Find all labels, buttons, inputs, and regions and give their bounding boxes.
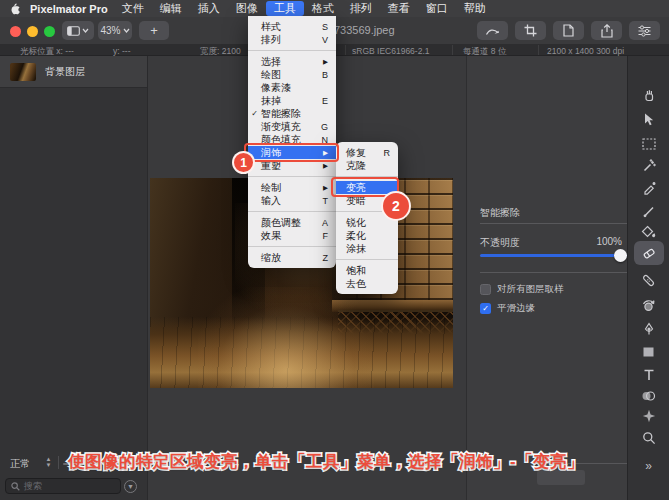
sample-all-layers-label: 对所有图层取样 xyxy=(497,283,564,296)
layer-row[interactable]: 背景图层 xyxy=(0,56,147,88)
export-button[interactable] xyxy=(591,21,622,40)
sample-all-layers-row[interactable]: 对所有图层取样 xyxy=(480,283,564,296)
tools-menu-item-渐变填充[interactable]: 渐变填充G xyxy=(248,120,336,133)
retouch-menu-item-去色[interactable]: 去色 xyxy=(336,277,398,290)
quick-select-tool[interactable] xyxy=(634,154,664,178)
retouch-tool[interactable] xyxy=(634,176,664,200)
tools-menu-label: 绘制 xyxy=(261,181,323,195)
menubar-item-排列[interactable]: 排列 xyxy=(342,1,380,16)
chevron-down-icon xyxy=(82,28,89,33)
tools-menu-item-输入[interactable]: 输入T xyxy=(248,194,336,207)
search-icon xyxy=(11,482,20,491)
menubar-item-工具[interactable]: 工具 xyxy=(266,1,304,16)
retouch-menu-item-饱和[interactable]: 饱和 xyxy=(336,264,398,277)
tools-menu-label: 绘图 xyxy=(261,68,322,82)
retouch-menu-label: 饱和 xyxy=(346,264,390,278)
plus-icon: + xyxy=(150,23,158,38)
minimize-window-button[interactable] xyxy=(27,26,38,37)
tools-menu-label: 排列 xyxy=(261,33,322,47)
tools-menu-item-排列[interactable]: 排列V xyxy=(248,33,336,46)
chevron-down-icon xyxy=(123,28,130,33)
opacity-slider-knob[interactable] xyxy=(614,249,627,262)
zoom-level-button[interactable]: 43% xyxy=(98,21,132,40)
menubar-item-文件[interactable]: 文件 xyxy=(114,1,152,16)
erase-tool-selected[interactable] xyxy=(634,241,664,265)
pen-tool[interactable] xyxy=(634,317,664,341)
opacity-label: 不透明度 xyxy=(480,236,520,250)
crop-icon xyxy=(524,24,537,37)
more-tools-button[interactable]: » xyxy=(634,454,664,478)
retouch-menu-item-柔化[interactable]: 柔化 xyxy=(336,229,398,242)
close-window-button[interactable] xyxy=(10,26,21,37)
effects-tool[interactable] xyxy=(634,404,664,428)
layer-thumbnail xyxy=(10,63,36,81)
add-button[interactable]: + xyxy=(139,21,169,40)
view-options-button[interactable] xyxy=(62,21,94,40)
checkmark-icon: ✓ xyxy=(248,109,261,118)
tools-menu-item-样式[interactable]: 样式S xyxy=(248,20,336,33)
shortcut-key: F xyxy=(323,231,337,241)
menu-bar: Pixelmator Pro 文件编辑插入图像工具格式排列查看窗口帮助 xyxy=(0,0,669,17)
menubar-item-编辑[interactable]: 编辑 xyxy=(152,1,190,16)
info-divider xyxy=(452,45,453,55)
tools-menu: 样式S排列V选择▶绘图B像素漆抹掉E✓智能擦除渐变填充G颜色填充N润饰▶重塑▶绘… xyxy=(248,16,336,268)
tools-menu-item-效果[interactable]: 效果F xyxy=(248,229,336,242)
zoom-tool[interactable] xyxy=(634,426,664,450)
step-1-badge: 1 xyxy=(232,151,255,174)
menubar-item-帮助[interactable]: 帮助 xyxy=(456,1,494,16)
crop-button[interactable] xyxy=(515,21,546,40)
apple-logo-icon[interactable] xyxy=(9,3,20,15)
retouch-menu-item-涂抹[interactable]: 涂抹 xyxy=(336,242,398,255)
opacity-slider[interactable] xyxy=(480,254,627,257)
menubar-item-插入[interactable]: 插入 xyxy=(190,1,228,16)
bit-depth: 每通道 8 位 xyxy=(463,46,506,58)
layer-name: 背景图层 xyxy=(45,65,85,79)
tools-menu-label: 选择 xyxy=(261,55,323,69)
blend-mode-value[interactable]: 正常 xyxy=(10,457,30,471)
tool-options-panel: 智能擦除 不透明度 100% 对所有图层取样 ✓ 平滑边缘 xyxy=(466,56,627,500)
tools-menu-label: 抹掉 xyxy=(261,94,322,108)
menubar-item-查看[interactable]: 查看 xyxy=(380,1,418,16)
tools-menu-label: 效果 xyxy=(261,229,323,243)
clone-tool[interactable] xyxy=(634,293,664,317)
search-input[interactable]: 搜索 xyxy=(5,478,121,494)
shortcut-key: E xyxy=(322,96,336,106)
tools-menu-item-智能擦除[interactable]: ✓智能擦除 xyxy=(248,107,336,120)
settings-button[interactable] xyxy=(629,21,660,40)
arrange-tool[interactable] xyxy=(634,83,664,107)
tools-menu-label: 颜色调整 xyxy=(261,216,322,230)
retouch-menu-label: 涂抹 xyxy=(346,242,390,256)
tools-menu-item-绘制[interactable]: 绘制▶ xyxy=(248,181,336,194)
new-document-button[interactable] xyxy=(553,21,584,40)
annotation-caption: 使图像的特定区域变亮，单击「工具」菜单，选择「润饰」-「变亮」 xyxy=(68,451,628,473)
tools-menu-item-绘图[interactable]: 绘图B xyxy=(248,68,336,81)
repair-tool[interactable] xyxy=(634,268,664,292)
quick-fix-button[interactable] xyxy=(477,21,508,40)
checkbox-checked[interactable]: ✓ xyxy=(480,303,491,314)
tools-menu-item-颜色调整[interactable]: 颜色调整A xyxy=(248,216,336,229)
select-tool[interactable] xyxy=(634,132,664,156)
retouch-menu-item-克隆[interactable]: 克隆 xyxy=(336,159,398,172)
retouch-menu-item-修复[interactable]: 修复R xyxy=(336,146,398,159)
fullscreen-window-button[interactable] xyxy=(44,26,55,37)
checkbox-unchecked[interactable] xyxy=(480,284,491,295)
filter-chevron-button[interactable]: ▼ xyxy=(124,480,137,493)
shortcut-key: V xyxy=(322,35,336,45)
menubar-item-格式[interactable]: 格式 xyxy=(304,1,342,16)
retouch-menu-label: 克隆 xyxy=(346,159,390,173)
tools-menu-item-抹掉[interactable]: 抹掉E xyxy=(248,94,336,107)
submenu-arrow-icon: ▶ xyxy=(323,58,336,66)
tools-menu-item-缩放[interactable]: 缩放Z xyxy=(248,251,336,264)
move-tool[interactable] xyxy=(634,107,664,131)
smooth-edges-row[interactable]: ✓ 平滑边缘 xyxy=(480,302,535,315)
shortcut-key: Z xyxy=(323,253,337,263)
tools-menu-item-选择[interactable]: 选择▶ xyxy=(248,55,336,68)
menubar-item-图像[interactable]: 图像 xyxy=(228,1,266,16)
shape-tool[interactable] xyxy=(634,340,664,364)
tools-menu-item-像素漆[interactable]: 像素漆 xyxy=(248,81,336,94)
app-name[interactable]: Pixelmator Pro xyxy=(30,3,108,15)
shortcut-key: R xyxy=(384,148,399,158)
menubar-item-窗口[interactable]: 窗口 xyxy=(418,1,456,16)
tools-menu-label: 智能擦除 xyxy=(261,107,328,121)
stepper-icon[interactable]: ▲▼ xyxy=(44,456,53,469)
